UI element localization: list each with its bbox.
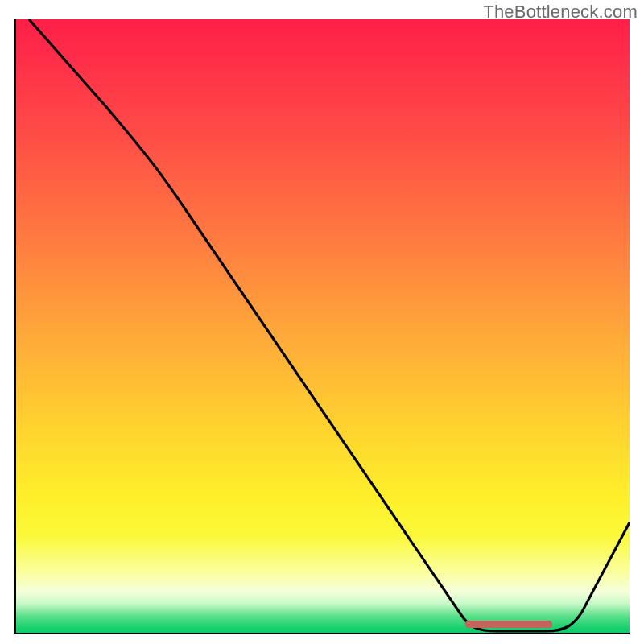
axis-x	[14, 633, 630, 634]
plot-area	[14, 19, 630, 634]
curve-path	[29, 19, 630, 631]
axis-y	[14, 19, 16, 634]
chart-container: TheBottleneck.com	[0, 0, 644, 644]
bottleneck-curve	[14, 19, 630, 634]
optimal-range-marker	[465, 621, 552, 628]
